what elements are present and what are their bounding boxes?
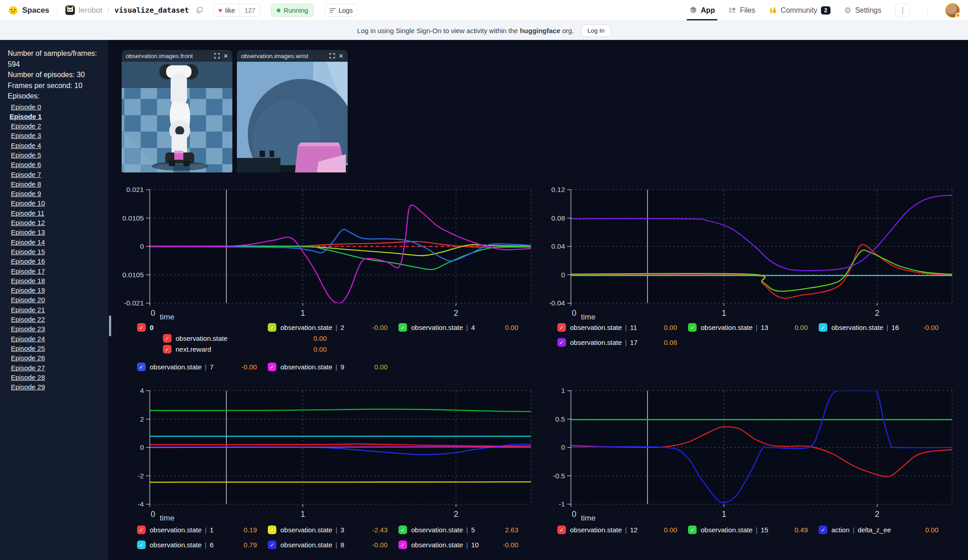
episode-link[interactable]: Episode 24 [11, 335, 45, 343]
episode-link[interactable]: Episode 22 [11, 315, 45, 323]
episode-link[interactable]: Episode 7 [11, 171, 41, 178]
chart-canvas-1[interactable]: 0.120.080.040-0.04012time [528, 183, 961, 329]
episode-link[interactable]: Episode 27 [11, 364, 45, 372]
episode-link[interactable]: Episode 16 [11, 257, 45, 265]
close-icon[interactable]: ✕ [223, 53, 228, 59]
episode-link[interactable]: Episode 19 [11, 286, 45, 294]
more-options-button[interactable]: ⋮ [895, 4, 910, 17]
series-checkbox[interactable]: ✓ [163, 345, 172, 354]
series-checkbox[interactable]: ✓ [819, 323, 827, 332]
series-checkbox[interactable]: ✓ [268, 323, 276, 332]
series-checkbox[interactable]: ✓ [398, 526, 407, 534]
repo-link[interactable]: visualize_dataset [114, 6, 189, 15]
episode-link[interactable]: Episode 25 [11, 344, 45, 352]
episode-link[interactable]: Episode 0 [11, 103, 41, 111]
label-separator: | [335, 324, 337, 331]
camera-card-wrist: observation.images.wrist ✕ [237, 50, 348, 172]
series-checkbox[interactable]: ✓ [398, 540, 407, 549]
spaces-label[interactable]: Spaces [22, 6, 49, 15]
chart-canvas-3[interactable]: 10.50-0.5-1012time [528, 384, 961, 531]
episode-link[interactable]: Episode 12 [11, 219, 45, 226]
tab-community[interactable]: Community 2 [769, 0, 830, 20]
series-checkbox[interactable]: ✓ [137, 363, 146, 371]
episode-link[interactable]: Episode 3 [11, 132, 41, 139]
series-current-value: 0.00 [925, 526, 939, 534]
series-index: 9 [340, 363, 344, 371]
series-checkbox[interactable]: ✓ [557, 338, 566, 347]
episode-link[interactable]: Episode 2 [11, 122, 41, 130]
series-checkbox[interactable]: ✓ [557, 323, 566, 332]
svg-text:2: 2 [454, 510, 458, 519]
series-checkbox[interactable]: ✓ [268, 363, 276, 371]
episode-link[interactable]: Episode 23 [11, 325, 45, 333]
series-label: observation.state [831, 324, 883, 331]
svg-text:1: 1 [722, 510, 726, 519]
series-label: observation.state [411, 526, 463, 534]
org-link[interactable]: lerobot [79, 6, 103, 15]
episode-link[interactable]: Episode 17 [11, 267, 45, 275]
episode-link[interactable]: Episode 8 [11, 180, 41, 188]
login-button[interactable]: Log In [581, 25, 611, 37]
series-current-value: 0.49 [795, 526, 808, 534]
chart-canvas-2[interactable]: 420-2-4012time [107, 384, 540, 531]
series-checkbox[interactable]: ✓ [557, 526, 566, 534]
episode-link[interactable]: Episode 13 [11, 228, 45, 236]
series-checkbox[interactable]: ✓ [137, 540, 146, 549]
tab-app[interactable]: App [689, 0, 715, 20]
label-separator: | [335, 526, 337, 534]
copy-icon[interactable] [196, 7, 203, 14]
logs-button[interactable]: Logs [324, 4, 358, 17]
episode-link[interactable]: Episode 10 [11, 199, 45, 207]
series-current-value: 0.79 [244, 541, 257, 549]
series-current-value: 0.00 [314, 334, 327, 342]
legend-item: ✓observation.state|40.00 [398, 323, 518, 332]
episode-link[interactable]: Episode 20 [11, 296, 45, 304]
svg-text:0.12: 0.12 [551, 186, 565, 193]
episode-link[interactable]: Episode 9 [11, 190, 41, 197]
episode-link[interactable]: Episode 28 [11, 373, 45, 381]
tab-files[interactable]: Files [728, 0, 755, 20]
episode-link[interactable]: Episode 29 [11, 383, 45, 391]
episode-link[interactable]: Episode 21 [11, 306, 45, 314]
like-button-label[interactable]: like [225, 7, 235, 14]
like-count[interactable]: 127 [240, 4, 260, 16]
like-widget[interactable]: ♥ like 127 [213, 4, 260, 17]
episode-link[interactable]: Episode 26 [11, 354, 45, 362]
episode-list-item: Episode 9 [8, 189, 108, 198]
episode-link[interactable]: Episode 6 [11, 161, 41, 168]
legend-item: ✓observation.state0.00 [163, 334, 327, 343]
fullscreen-icon[interactable] [329, 53, 335, 59]
series-label: observation.state [570, 526, 622, 534]
series-label: next.reward [176, 345, 211, 353]
series-checkbox[interactable]: ✓ [268, 526, 276, 534]
legend-item: ✓observation.state|52.63 [398, 526, 518, 534]
episode-link[interactable]: Episode 11 [11, 209, 44, 217]
episode-list: Episode 0Episode 1Episode 2Episode 3Epis… [8, 102, 108, 392]
tab-settings[interactable]: ⚙ Settings [844, 0, 881, 20]
user-avatar[interactable] [945, 3, 960, 18]
series-checkbox[interactable]: ✓ [137, 323, 146, 332]
episode-link[interactable]: Episode 18 [11, 277, 45, 285]
series-checkbox[interactable]: ✓ [688, 526, 697, 534]
series-checkbox[interactable]: ✓ [163, 334, 172, 343]
fullscreen-icon[interactable] [214, 53, 220, 59]
chart-canvas-0[interactable]: 0.0210.010500.0105-0.021012time [107, 183, 540, 329]
label-separator: | [205, 363, 206, 371]
lerobot-avatar[interactable] [65, 5, 75, 15]
series-checkbox[interactable]: ✓ [398, 323, 407, 332]
tab-settings-label: Settings [855, 6, 881, 15]
episode-link[interactable]: Episode 14 [11, 238, 45, 246]
episode-link[interactable]: Episode 5 [11, 151, 41, 159]
svg-text:0.021: 0.021 [126, 186, 144, 193]
close-icon[interactable]: ✕ [339, 53, 344, 59]
running-status-badge[interactable]: Running [271, 4, 314, 17]
huggingface-logo-icon [8, 5, 18, 15]
series-checkbox[interactable]: ✓ [819, 526, 827, 534]
episode-link[interactable]: Episode 15 [11, 248, 45, 255]
episode-link[interactable]: Episode 4 [11, 142, 41, 149]
series-checkbox[interactable]: ✓ [137, 526, 146, 534]
series-checkbox[interactable]: ✓ [688, 323, 697, 332]
series-checkbox[interactable]: ✓ [268, 540, 276, 549]
episode-link[interactable]: Episode 1 [10, 113, 42, 120]
label-separator: | [756, 526, 757, 534]
